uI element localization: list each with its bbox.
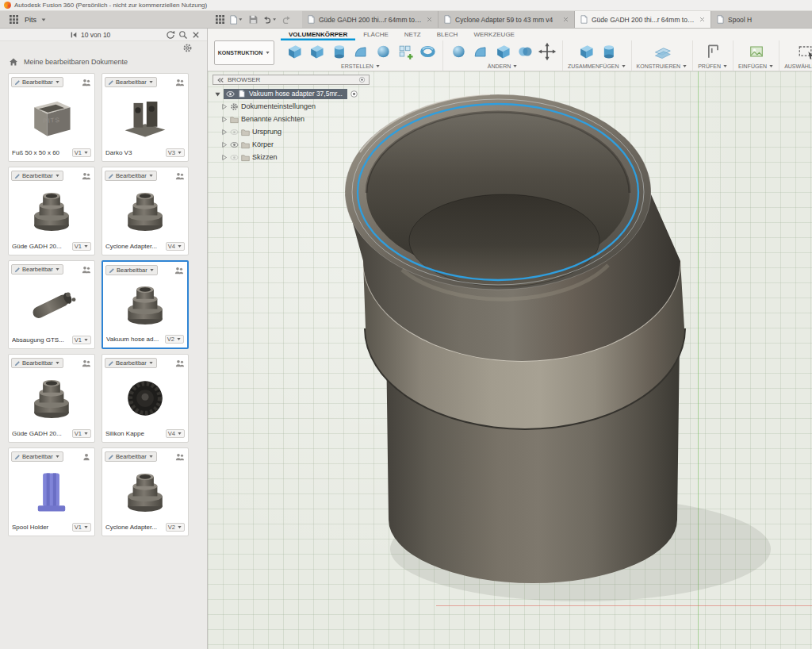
expand-icon[interactable] [220,116,228,123]
toolbar-tab-blech[interactable]: BLECH [429,29,466,40]
browser-header[interactable]: BROWSER [213,75,370,85]
version-dropdown[interactable]: V4 [166,242,185,251]
tab-close-icon[interactable] [426,16,433,23]
move-icon[interactable] [537,41,557,62]
document-card[interactable]: Bearbeitbar PITS Fuß 50 x 50 x 60 V1 [8,73,95,162]
version-dropdown[interactable]: V1 [72,336,91,344]
home-icon[interactable] [9,57,18,67]
join-icon[interactable] [576,41,596,62]
collapse-browser-icon[interactable] [216,76,224,84]
tab-close-icon[interactable] [562,16,569,23]
document-tab[interactable]: Spool H [711,11,812,28]
expand-icon[interactable] [220,141,228,148]
browser-tree-item[interactable]: Benannte Ansichten [213,113,370,125]
document-card[interactable]: Bearbeitbar Cyclone Adapter... V4 [102,167,189,255]
coil-icon[interactable] [417,41,438,62]
toolbar-tab-fl-che[interactable]: FLÄCHE [355,29,396,40]
workspace-selector[interactable]: KONSTRUKTION [214,40,274,65]
version-dropdown[interactable]: V3 [166,148,185,157]
pattern-icon[interactable] [395,41,416,62]
status-dropdown[interactable]: Bearbeitbar [11,264,63,275]
activate-component-radio[interactable] [350,90,358,98]
visibility-eye-icon[interactable] [230,140,239,149]
expand-icon[interactable] [220,129,228,136]
status-dropdown[interactable]: Bearbeitbar [11,171,63,181]
toolbar-group-dropdown[interactable]: ERSTELLEN [341,62,381,70]
undo-icon[interactable] [262,13,277,26]
expand-icon[interactable] [220,154,228,161]
visibility-eye-icon[interactable] [230,128,239,136]
version-dropdown[interactable]: V2 [166,523,185,532]
document-card[interactable]: Bearbeitbar Absaugung GTS... V1 [8,260,95,349]
document-card[interactable]: Bearbeitbar Spool Holder V1 [8,447,95,536]
tab-close-icon[interactable] [699,16,706,23]
fillet-icon[interactable] [470,41,491,62]
press-pull-icon[interactable] [448,41,469,62]
document-tab[interactable]: Güde GADH 200 thi...r 64mm to 43mm v1 [302,11,439,28]
browser-tree-item[interactable]: Ursprung [213,125,370,138]
show-data-panel-icon[interactable] [213,13,227,26]
status-dropdown[interactable]: Bearbeitbar [105,171,157,181]
toolbar-group-dropdown[interactable]: PRÜFEN [698,62,728,70]
version-dropdown[interactable]: V4 [166,429,185,438]
expand-icon[interactable] [220,103,228,110]
document-card[interactable]: Bearbeitbar Vakuum hose ad... V2 [102,260,189,349]
toolbar-group-dropdown[interactable]: ÄNDERN [488,62,519,70]
version-dropdown[interactable]: V2 [165,335,184,344]
insert-icon[interactable] [746,41,767,62]
toolbar-group-dropdown[interactable]: KONSTRUIEREN [637,62,688,70]
browser-root-row[interactable]: Vakuum hose adapter 37,5mr... [213,87,370,100]
status-dropdown[interactable]: Bearbeitbar [105,358,157,368]
select-icon[interactable] [795,41,812,62]
measure-icon[interactable] [703,41,723,62]
document-card[interactable]: Bearbeitbar Cyclone Adapter... V2 [102,447,189,536]
sweep-icon[interactable] [350,41,371,62]
file-menu-icon[interactable] [229,13,243,26]
status-dropdown[interactable]: Bearbeitbar [11,358,63,368]
loft-icon[interactable] [373,41,393,62]
version-dropdown[interactable]: V1 [72,523,91,532]
user-menu-label[interactable]: Pits [25,16,36,24]
document-tab[interactable]: Cyclone Adapter 59 to 43 mm v4 [439,11,575,28]
version-dropdown[interactable]: V1 [72,429,91,438]
document-card[interactable]: Bearbeitbar Darko V3 V3 [102,73,189,162]
toolbar-tab-volumenk-rper[interactable]: VOLUMENKÖRPER [281,29,355,40]
construction-plane-icon[interactable] [652,41,672,62]
status-dropdown[interactable]: Bearbeitbar [105,265,158,275]
version-dropdown[interactable]: V1 [72,242,91,251]
viewport-3d[interactable]: BROWSER Vakuum hose adapter 37,5mr... [208,71,812,649]
new-component-icon[interactable] [284,41,304,62]
toolbar-group-dropdown[interactable]: AUSWÄHLEN [784,62,812,70]
document-tab[interactable]: Güde GADH 200 thi...r 64mm to 35mm v1 [575,11,711,28]
combine-icon[interactable] [515,41,535,62]
status-dropdown[interactable]: Bearbeitbar [105,77,157,87]
browser-tree-item[interactable]: Skizzen [213,151,370,163]
redo-icon[interactable] [279,13,293,26]
visibility-eye-icon[interactable] [230,153,239,162]
document-card[interactable]: Bearbeitbar Güde GADH 20... V1 [8,354,95,443]
joint-icon[interactable] [598,41,619,62]
shell-icon[interactable] [492,41,513,62]
status-dropdown[interactable]: Bearbeitbar [11,77,63,87]
status-dropdown[interactable]: Bearbeitbar [11,451,63,462]
pagination-icon[interactable] [70,31,78,39]
search-icon[interactable] [178,30,188,40]
browser-tree-item[interactable]: Körper [213,138,370,151]
browser-options-icon[interactable] [358,76,366,83]
document-card[interactable]: Bearbeitbar Güde GADH 20... V1 [8,167,95,255]
document-card[interactable]: Bearbeitbar Silikon Kappe V4 [102,354,189,443]
status-dropdown[interactable]: Bearbeitbar [105,451,157,462]
close-panel-icon[interactable] [191,30,201,40]
toolbar-group-dropdown[interactable]: ZUSAMMENFÜGEN [568,62,626,70]
browser-tree-item[interactable]: Dokumenteinstellungen [213,100,370,113]
gear-icon[interactable] [182,43,193,53]
expand-icon[interactable] [214,90,221,98]
version-dropdown[interactable]: V1 [72,148,91,157]
extrude-icon[interactable] [306,41,327,62]
toolbar-tab-werkzeuge[interactable]: WERKZEUGE [465,29,523,40]
visibility-eye-icon[interactable] [226,90,235,98]
revolve-icon[interactable] [328,41,349,62]
save-icon[interactable] [246,13,260,26]
refresh-icon[interactable] [166,30,175,40]
toolbar-tab-netz[interactable]: NETZ [396,29,429,40]
